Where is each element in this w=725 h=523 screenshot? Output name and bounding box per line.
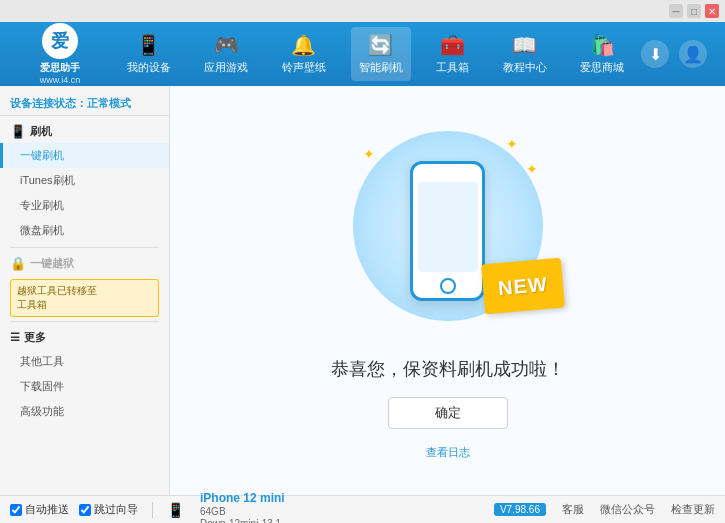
sidebar-item-one-key-flash[interactable]: 一键刷机 bbox=[0, 143, 169, 168]
nav-smart-flash[interactable]: 🔄 智能刷机 bbox=[351, 27, 411, 81]
sparkle-icon-1: ✦ bbox=[363, 146, 375, 162]
divider bbox=[152, 502, 153, 518]
confirm-button[interactable]: 确定 bbox=[388, 397, 508, 429]
phone-illustration: NEW ✦ ✦ ✦ bbox=[348, 121, 548, 341]
maximize-button[interactable]: □ bbox=[687, 4, 701, 18]
nav-tutorials[interactable]: 📖 教程中心 bbox=[495, 27, 555, 81]
smart-flash-icon: 🔄 bbox=[368, 33, 393, 57]
skip-wizard-input[interactable] bbox=[79, 504, 91, 516]
log-link[interactable]: 查看日志 bbox=[426, 445, 470, 460]
header-right: ⬇ 👤 bbox=[641, 40, 707, 68]
success-message: 恭喜您，保资料刷机成功啦！ bbox=[331, 357, 565, 381]
user-button[interactable]: 👤 bbox=[679, 40, 707, 68]
sidebar-item-downgrade-flash[interactable]: 微盘刷机 bbox=[0, 218, 169, 243]
title-bar: ─ □ ✕ bbox=[0, 0, 725, 22]
my-device-icon: 📱 bbox=[136, 33, 161, 57]
sidebar-divider-1 bbox=[10, 247, 159, 248]
sparkle-icon-2: ✦ bbox=[506, 136, 518, 152]
nav-store[interactable]: 🛍️ 爱思商城 bbox=[572, 27, 632, 81]
phone-screen bbox=[418, 182, 478, 272]
new-text: NEW bbox=[497, 272, 548, 299]
sidebar-item-other-tools[interactable]: 其他工具 bbox=[0, 349, 169, 374]
sidebar-item-itunes-flash[interactable]: iTunes刷机 bbox=[0, 168, 169, 193]
connection-status: 设备连接状态：正常模式 bbox=[0, 92, 169, 116]
auto-push-checkbox[interactable]: 自动推送 bbox=[10, 502, 69, 517]
check-update-link[interactable]: 检查更新 bbox=[671, 502, 715, 517]
flash-section-header: 📱 刷机 bbox=[0, 120, 169, 143]
apps-games-icon: 🎮 bbox=[214, 33, 239, 57]
logo-icon: 爱 bbox=[42, 23, 78, 59]
nav-apps-games[interactable]: 🎮 应用游戏 bbox=[196, 27, 256, 81]
main-area: 设备连接状态：正常模式 📱 刷机 一键刷机 iTunes刷机 专业刷机 微盘刷机… bbox=[0, 86, 725, 495]
sidebar-item-advanced[interactable]: 高级功能 bbox=[0, 399, 169, 424]
device-phone-icon: 📱 bbox=[167, 502, 184, 518]
device-firmware: Down-12mini-13,1 bbox=[200, 518, 285, 524]
nav-toolbox[interactable]: 🧰 工具箱 bbox=[428, 27, 477, 81]
store-icon: 🛍️ bbox=[590, 33, 615, 57]
device-info: iPhone 12 mini 64GB Down-12mini-13,1 bbox=[200, 491, 285, 524]
flash-section-icon: 📱 bbox=[10, 124, 26, 139]
jailbreak-warning: 越狱工具已转移至工具箱 bbox=[10, 279, 159, 317]
download-button[interactable]: ⬇ bbox=[641, 40, 669, 68]
sparkle-icon-3: ✦ bbox=[526, 161, 538, 177]
sidebar-divider-2 bbox=[10, 321, 159, 322]
more-icon: ☰ bbox=[10, 331, 20, 344]
bottom-top-row: 自动推送 跳过向导 📱 iPhone 12 mini 64GB Down-12m… bbox=[0, 496, 725, 523]
nav-ringtones[interactable]: 🔔 铃声壁纸 bbox=[274, 27, 334, 81]
sidebar-item-pro-flash[interactable]: 专业刷机 bbox=[0, 193, 169, 218]
auto-push-input[interactable] bbox=[10, 504, 22, 516]
wechat-link[interactable]: 微信公众号 bbox=[600, 502, 655, 517]
bottom-wrapper: 自动推送 跳过向导 📱 iPhone 12 mini 64GB Down-12m… bbox=[0, 495, 725, 523]
logo-area: 爱 爱思助手 www.i4.cn bbox=[10, 23, 110, 85]
toolbox-icon: 🧰 bbox=[440, 33, 465, 57]
version-badge: V7.98.66 bbox=[494, 503, 546, 516]
customer-service-link[interactable]: 客服 bbox=[562, 502, 584, 517]
nav-my-device[interactable]: 📱 我的设备 bbox=[119, 27, 179, 81]
minimize-button[interactable]: ─ bbox=[669, 4, 683, 18]
sidebar: 设备连接状态：正常模式 📱 刷机 一键刷机 iTunes刷机 专业刷机 微盘刷机… bbox=[0, 86, 170, 495]
content-area: NEW ✦ ✦ ✦ 恭喜您，保资料刷机成功啦！ 确定 查看日志 bbox=[170, 86, 725, 495]
skip-wizard-checkbox[interactable]: 跳过向导 bbox=[79, 502, 138, 517]
lock-icon: 🔒 bbox=[10, 256, 26, 271]
nav-items: 📱 我的设备 🎮 应用游戏 🔔 铃声壁纸 🔄 智能刷机 🧰 工具箱 📖 教程中心… bbox=[110, 27, 641, 81]
device-name[interactable]: iPhone 12 mini bbox=[200, 491, 285, 505]
sidebar-item-download-firmware[interactable]: 下载固件 bbox=[0, 374, 169, 399]
tutorials-icon: 📖 bbox=[512, 33, 537, 57]
device-storage: 64GB bbox=[200, 506, 285, 517]
phone-home-button bbox=[440, 278, 456, 294]
logo-name: 爱思助手 www.i4.cn bbox=[40, 61, 81, 85]
header: 爱 爱思助手 www.i4.cn 📱 我的设备 🎮 应用游戏 🔔 铃声壁纸 🔄 … bbox=[0, 22, 725, 86]
jailbreak-section-header: 🔒 一键越狱 bbox=[0, 252, 169, 275]
close-button[interactable]: ✕ bbox=[705, 4, 719, 18]
bottom-right: V7.98.66 客服 微信公众号 检查更新 bbox=[494, 502, 715, 517]
ringtones-icon: 🔔 bbox=[291, 33, 316, 57]
new-badge: NEW bbox=[480, 258, 564, 315]
more-section-header: ☰ 更多 bbox=[0, 326, 169, 349]
